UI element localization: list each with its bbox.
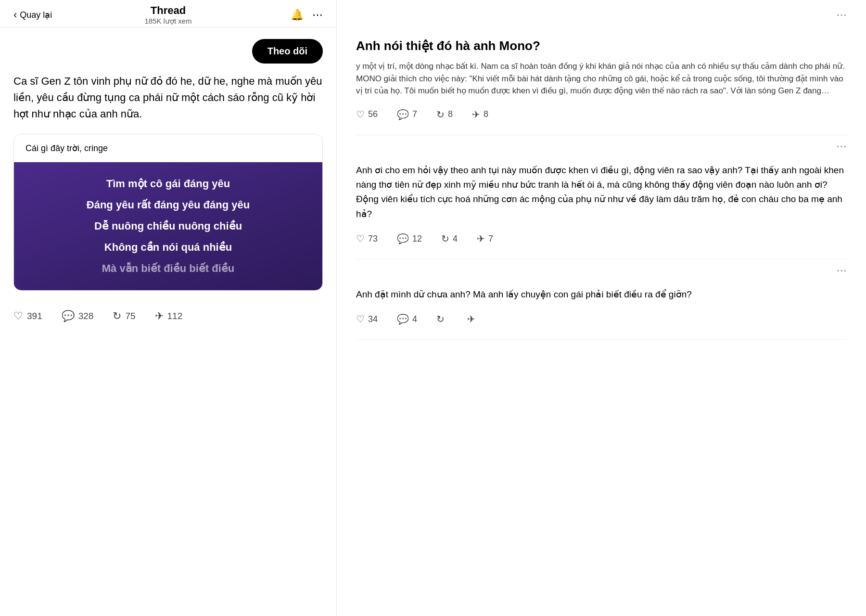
comment-repost-2[interactable]: ↻ 4 bbox=[441, 233, 458, 244]
back-label: Quay lại bbox=[20, 10, 52, 20]
reply-icon-3: 💬 bbox=[397, 313, 409, 325]
comment-share-1[interactable]: ✈ 8 bbox=[472, 109, 488, 120]
comment-more-btn-2[interactable]: ⋯ bbox=[836, 140, 847, 153]
comment-repost-count-1: 8 bbox=[448, 109, 453, 119]
comment-reply-count-1: 7 bbox=[412, 109, 417, 119]
header-title: Thread bbox=[144, 4, 191, 17]
comment-reply-2[interactable]: 💬 12 bbox=[397, 233, 422, 244]
back-button[interactable]: ‹ Quay lại bbox=[13, 9, 52, 21]
comment-repost-1[interactable]: ↻ 8 bbox=[436, 109, 453, 120]
header-icons: 🔔 ⋯ bbox=[291, 9, 323, 21]
comment-share-count-1: 8 bbox=[484, 109, 488, 119]
lyric-line-5: Mà vẫn biết điều biết điều bbox=[102, 262, 235, 275]
comment-reply-1[interactable]: 💬 7 bbox=[397, 109, 417, 120]
share-icon-1: ✈ bbox=[472, 109, 480, 120]
content-area: Theo dõi Ca sĩ Gen Z tôn vinh phụ nữ đỏ … bbox=[0, 27, 336, 616]
right-panel: ⋯ Anh nói thiệt đó hà anh Mono? y một vị… bbox=[337, 0, 866, 616]
repost-icon-3: ↻ bbox=[436, 313, 445, 325]
comment-more-icon-2: ⋯ bbox=[836, 140, 847, 152]
left-panel: ‹ Quay lại Thread 185K lượt xem 🔔 ⋯ Theo… bbox=[0, 0, 337, 616]
lyric-line-1: Tìm một cô gái đáng yêu bbox=[106, 178, 230, 190]
comment-share-count-2: 7 bbox=[488, 234, 493, 244]
comment-more-icon-3: ⋯ bbox=[836, 264, 847, 276]
main-post-text: Ca sĩ Gen Z tôn vinh phụ nữ đỏ đó he, dữ… bbox=[13, 73, 323, 122]
like-button[interactable]: ♡ 391 bbox=[13, 310, 42, 322]
comment-like-count-3: 34 bbox=[368, 314, 378, 324]
lyric-line-2: Đáng yêu rất đáng yêu đáng yêu bbox=[87, 199, 250, 211]
header-subtitle: 185K lượt xem bbox=[144, 17, 191, 26]
right-more-icon: ⋯ bbox=[836, 9, 847, 21]
lyrics-block: Tìm một cô gái đáng yêu Đáng yêu rất đán… bbox=[14, 162, 322, 290]
reply-icon-1: 💬 bbox=[397, 109, 409, 120]
card-label: Cái gì đây trời, cringe bbox=[14, 134, 322, 162]
share-icon-2: ✈ bbox=[477, 233, 485, 244]
comment-reply-count-3: 4 bbox=[412, 314, 417, 324]
comment-share-3[interactable]: ✈ bbox=[467, 313, 479, 325]
comment-like-3[interactable]: ♡ 34 bbox=[356, 313, 378, 325]
share-button[interactable]: ✈ 112 bbox=[155, 310, 183, 322]
bell-icon: 🔔 bbox=[291, 9, 304, 21]
share-icon: ✈ bbox=[155, 310, 164, 322]
more-options-button[interactable]: ⋯ bbox=[312, 9, 323, 21]
comment-like-2[interactable]: ♡ 73 bbox=[356, 233, 378, 244]
reply-icon-2: 💬 bbox=[397, 233, 409, 244]
comment-action-bar-1: ♡ 56 💬 7 ↻ 8 ✈ 8 bbox=[356, 105, 847, 124]
heart-icon: ♡ bbox=[13, 310, 23, 322]
comment-title-1: Anh nói thiệt đó hà anh Mono? bbox=[356, 38, 847, 53]
heart-icon-2: ♡ bbox=[356, 233, 365, 244]
right-header: ⋯ bbox=[356, 0, 847, 30]
lyric-line-3: Dễ nuông chiều nuông chiều bbox=[94, 220, 242, 232]
comment-body-3: Anh đặt mình dữ chưa anh? Mà anh lấy chu… bbox=[356, 287, 847, 302]
post-action-bar: ♡ 391 💬 328 ↻ 75 ✈ 112 bbox=[13, 304, 323, 328]
comment-count: 328 bbox=[78, 311, 94, 321]
share-icon-3: ✈ bbox=[467, 313, 475, 325]
repost-icon-1: ↻ bbox=[436, 109, 445, 120]
comment-share-2[interactable]: ✈ 7 bbox=[477, 233, 493, 244]
comment-action-bar-2: ♡ 73 💬 12 ↻ 4 ✈ 7 bbox=[356, 229, 847, 248]
heart-icon-3: ♡ bbox=[356, 313, 365, 325]
repost-button[interactable]: ↻ 75 bbox=[113, 310, 135, 322]
comment-icon: 💬 bbox=[62, 310, 75, 322]
share-count: 112 bbox=[167, 311, 183, 321]
heart-icon-1: ♡ bbox=[356, 109, 365, 120]
follow-button[interactable]: Theo dõi bbox=[252, 39, 323, 64]
back-arrow-icon: ‹ bbox=[13, 9, 17, 21]
like-count: 391 bbox=[27, 311, 42, 321]
repost-icon-2: ↻ bbox=[441, 233, 449, 244]
repost-icon: ↻ bbox=[113, 310, 121, 322]
repost-count: 75 bbox=[125, 311, 135, 321]
comment-like-count-1: 56 bbox=[368, 109, 378, 119]
comment-preview-1: y một vị trí, một dòng nhạc bất kì. Nam … bbox=[356, 60, 847, 97]
comment-body-2: Anh ơi cho em hỏi vậy theo anh tụi này m… bbox=[356, 163, 847, 222]
comment-like-1[interactable]: ♡ 56 bbox=[356, 109, 378, 120]
right-more-button[interactable]: ⋯ bbox=[836, 9, 847, 21]
comment-action-bar-3: ♡ 34 💬 4 ↻ ✈ bbox=[356, 309, 847, 329]
header: ‹ Quay lại Thread 185K lượt xem 🔔 ⋯ bbox=[0, 0, 336, 27]
comment-repost-count-2: 4 bbox=[453, 234, 458, 244]
comment-more-btn-3[interactable]: ⋯ bbox=[836, 264, 847, 277]
comment-block-3: Anh đặt mình dữ chưa anh? Mà anh lấy chu… bbox=[356, 279, 847, 340]
comment-button[interactable]: 💬 328 bbox=[62, 310, 94, 322]
comment-like-count-2: 73 bbox=[368, 234, 378, 244]
comment-block-1: Anh nói thiệt đó hà anh Mono? y một vị t… bbox=[356, 30, 847, 135]
more-icon: ⋯ bbox=[312, 9, 323, 21]
comment-reply-count-2: 12 bbox=[412, 234, 422, 244]
song-card: Cái gì đây trời, cringe Tìm một cô gái đ… bbox=[13, 134, 323, 291]
header-center: Thread 185K lượt xem bbox=[144, 4, 191, 26]
comment-repost-3[interactable]: ↻ bbox=[436, 313, 448, 325]
bell-icon-button[interactable]: 🔔 bbox=[291, 9, 304, 21]
comment-reply-3[interactable]: 💬 4 bbox=[397, 313, 417, 325]
comment-block-2: Anh ơi cho em hỏi vậy theo anh tụi này m… bbox=[356, 154, 847, 260]
lyric-line-4: Không cần nói quá nhiều bbox=[104, 241, 232, 254]
